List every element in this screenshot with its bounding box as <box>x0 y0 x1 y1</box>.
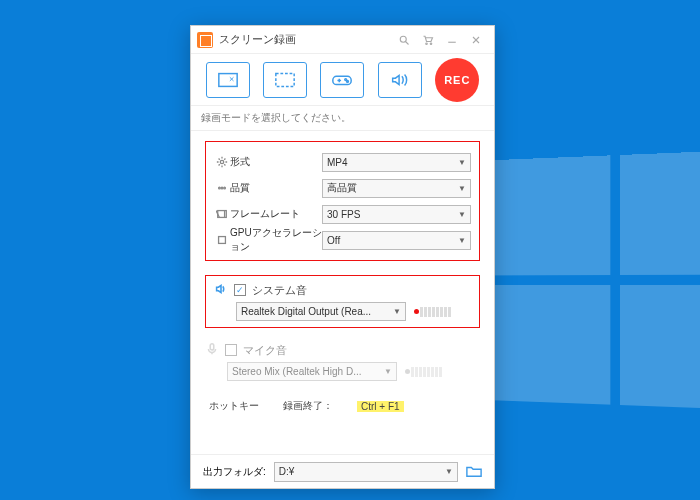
video-settings-group: 形式 MP4▼ 品質 高品質▼ フレームレート 30 FPS▼ GPUアクセラレ… <box>205 141 480 261</box>
gpu-icon <box>214 234 230 246</box>
mic-audio-label: マイク音 <box>243 343 287 358</box>
system-audio-label: システム音 <box>252 283 307 298</box>
framerate-label: フレームレート <box>230 207 322 221</box>
system-audio-device-select[interactable]: Realtek Digital Output (Rea...▼ <box>236 302 406 321</box>
system-audio-meter <box>414 307 451 317</box>
svg-rect-8 <box>276 73 294 86</box>
open-folder-button[interactable] <box>466 464 482 480</box>
hotkey-stop-label: 録画終了： <box>283 399 333 413</box>
svg-point-2 <box>426 43 428 45</box>
mode-hint: 録画モードを選択してください。 <box>191 106 494 131</box>
mic-audio-device-select[interactable]: Stereo Mix (Realtek High D...▼ <box>227 362 397 381</box>
mode-fullscreen-button[interactable] <box>263 62 307 98</box>
svg-rect-22 <box>210 344 214 350</box>
framerate-select[interactable]: 30 FPS▼ <box>322 205 471 224</box>
microphone-icon <box>205 342 219 358</box>
svg-line-1 <box>406 41 409 44</box>
svg-point-15 <box>219 187 221 189</box>
format-label: 形式 <box>230 155 322 169</box>
system-audio-group: ✓ システム音 Realtek Digital Output (Rea...▼ <box>205 275 480 328</box>
speaker-icon <box>214 282 228 298</box>
svg-point-3 <box>430 43 432 45</box>
framerate-icon <box>214 208 230 220</box>
svg-rect-7 <box>219 73 237 86</box>
mic-audio-group: マイク音 Stereo Mix (Realtek High D...▼ <box>205 342 480 381</box>
mode-region-button[interactable] <box>206 62 250 98</box>
settings-panel: 形式 MP4▼ 品質 高品質▼ フレームレート 30 FPS▼ GPUアクセラレ… <box>191 131 494 454</box>
desktop-windows-logo <box>472 148 700 421</box>
hotkey-row: ホットキー 録画終了： Ctrl + F1 <box>205 399 480 413</box>
mode-audio-button[interactable] <box>378 62 422 98</box>
gpu-label: GPUアクセラレーション <box>230 226 322 254</box>
system-audio-checkbox[interactable]: ✓ <box>234 284 246 296</box>
svg-point-0 <box>400 36 406 42</box>
format-select[interactable]: MP4▼ <box>322 153 471 172</box>
quality-icon <box>214 182 230 194</box>
mode-game-button[interactable] <box>320 62 364 98</box>
title-bar: スクリーン録画 <box>191 26 494 54</box>
mic-audio-meter <box>405 367 442 377</box>
search-icon[interactable] <box>392 30 416 50</box>
quality-select[interactable]: 高品質▼ <box>322 179 471 198</box>
screen-recorder-window: スクリーン録画 REC 録画モードを選択してください。 形式 MP4▼ 品質 高… <box>190 25 495 489</box>
svg-rect-21 <box>219 237 226 244</box>
svg-point-16 <box>221 187 223 189</box>
footer: 出力フォルダ: D:¥▼ <box>191 454 494 488</box>
gpu-select[interactable]: Off▼ <box>322 231 471 250</box>
output-folder-label: 出力フォルダ: <box>203 465 266 479</box>
svg-point-13 <box>347 80 349 82</box>
minimize-button[interactable] <box>440 30 464 50</box>
svg-point-12 <box>345 78 347 80</box>
gear-icon <box>214 156 230 168</box>
app-icon <box>197 32 213 48</box>
record-button[interactable]: REC <box>435 58 479 102</box>
mode-bar: REC <box>191 54 494 106</box>
quality-label: 品質 <box>230 181 322 195</box>
window-title: スクリーン録画 <box>219 32 392 47</box>
hotkey-section-label: ホットキー <box>209 399 259 413</box>
mic-audio-checkbox[interactable] <box>225 344 237 356</box>
svg-point-14 <box>220 160 223 163</box>
hotkey-stop-value[interactable]: Ctrl + F1 <box>357 401 404 412</box>
svg-point-17 <box>224 187 226 189</box>
cart-icon[interactable] <box>416 30 440 50</box>
close-button[interactable] <box>464 30 488 50</box>
output-folder-select[interactable]: D:¥▼ <box>274 462 458 482</box>
